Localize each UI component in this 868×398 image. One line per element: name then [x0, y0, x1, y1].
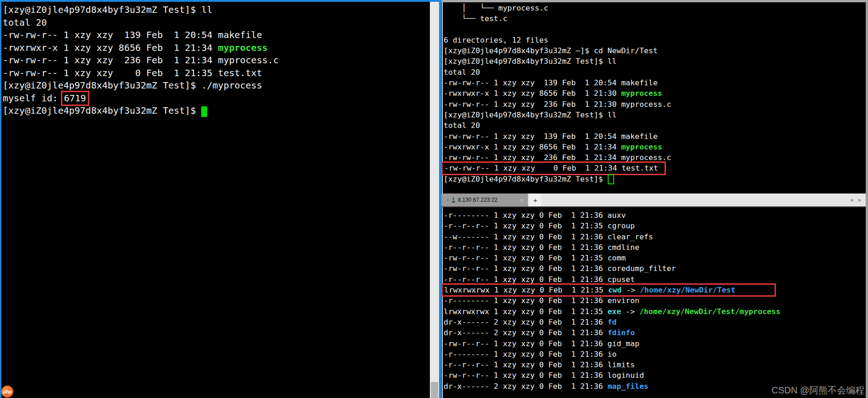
terminal-line: dr-x------ 2 xzy xzy 0 Feb 1 21:36 map_f… [444, 381, 780, 392]
terminal-line: -rw-rw-r-- 1 xzy xzy 139 Feb 1 20:54 mak… [3, 29, 279, 42]
terminal-line: -rw-rw-r-- 1 xzy xzy 139 Feb 1 20:54 mak… [444, 131, 671, 142]
terminal-line: total 20 [444, 120, 671, 131]
tab-close-icon[interactable]: × [520, 197, 523, 204]
terminal-line: [xzy@iZ0jle4p97d8x4byf3u32mZ Test]$ ll [444, 110, 671, 120]
window-border-top [0, 0, 441, 2]
tab-scroll-right-icon[interactable]: ► [857, 197, 863, 203]
terminal-line: [xzy@iZ0jle4p97d8x4byf3u32mZ ~]$ cd NewD… [444, 45, 671, 56]
terminal-line: [xzy@iZ0jle4p97d8x4byf3u32mZ Test]$ [3, 105, 279, 117]
annotation-red-box: -rw-rw-r-- 1 xzy xzy 0 Feb 1 21:34 test.… [441, 161, 666, 175]
terminal-line: [xzy@iZ0jle4p97d8x4byf3u32mZ Test]$ ll [3, 4, 279, 17]
terminal-line: -rwxrwxr-x 1 xzy xzy 8656 Feb 1 21:30 my… [444, 88, 671, 99]
terminal-line: total 20 [3, 17, 279, 29]
terminal-line: lrwxrwxrwx 1 xzy xzy 0 Feb 1 21:35 cwd -… [444, 285, 780, 295]
right-terminal-window: │ └── myprocess.c └── test.c 6 directori… [441, 0, 868, 398]
terminal-line: -rwxrwxr-x 1 xzy xzy 8656 Feb 1 21:34 my… [444, 142, 671, 152]
terminal-line: [xzy@iZ0jle4p97d8x4byf3u32mZ Test]$ ll [444, 56, 671, 66]
csdn-watermark: CSDN @阿熊不会编程 [771, 384, 864, 397]
session-tab-bar: ● 1 8.130.67.223:22 × + ◄ ► [441, 193, 868, 207]
terminal-line: [xzy@iZ0jle4p97d8x4byf3u32mZ Test]$ ./my… [3, 79, 279, 92]
terminal-line: -r-------- 1 xzy xzy 0 Feb 1 21:36 auxv [444, 210, 780, 221]
terminal-line: -rw-rw-r-- 1 xzy xzy 236 Feb 1 21:34 myp… [3, 54, 279, 67]
left-terminal-screen[interactable]: [xzy@iZ0jle4p97d8x4byf3u32mZ Test]$ llto… [3, 4, 279, 117]
terminal-line: total 20 [444, 67, 671, 77]
left-terminal-window: [xzy@iZ0jle4p97d8x4byf3u32mZ Test]$ llto… [0, 0, 441, 398]
terminal-line: -rw-r--r-- 1 xzy xzy 0 Feb 1 21:35 comm [444, 253, 780, 263]
terminal-line: -rw-rw-r-- 1 xzy xzy 0 Feb 1 21:35 test.… [3, 67, 279, 80]
terminal-line: -rwxrwxr-x 1 xzy xzy 8656 Feb 1 21:34 my… [3, 42, 279, 55]
tab-scroll-left-icon[interactable]: ◄ [849, 197, 854, 203]
terminal-line: -rw-r--r-- 1 xzy xzy 0 Feb 1 21:36 login… [444, 370, 780, 381]
terminal-line: -rw-r--r-- 1 xzy xzy 0 Feb 1 21:36 cored… [444, 263, 780, 274]
new-tab-button[interactable]: + [529, 193, 541, 206]
session-status-dot-icon: ● [446, 198, 449, 202]
left-terminal-scrollbar[interactable] [430, 2, 439, 398]
terminal-line: -rw-rw-r-- 1 xzy xzy 0 Feb 1 21:34 test.… [444, 163, 671, 173]
annotation-red-box: 6719 [61, 91, 89, 106]
session-tab[interactable]: ● 1 8.130.67.223:22 × [441, 193, 528, 206]
right-window-top-edge [441, 0, 868, 2]
terminal-line: --w------- 1 xzy xzy 0 Feb 1 21:36 clear… [444, 232, 780, 242]
terminal-line: -rw-rw-r-- 1 xzy xzy 236 Feb 1 21:30 myp… [444, 99, 671, 110]
terminal-line: -r-------- 1 xzy xzy 0 Feb 1 21:36 io [444, 349, 780, 359]
right-top-terminal-screen[interactable]: │ └── myprocess.c └── test.c 6 directori… [444, 3, 671, 184]
terminal-line [444, 24, 671, 35]
terminal-line: │ └── myprocess.c [444, 3, 671, 13]
terminal-line: dr-x------ 2 xzy xzy 0 Feb 1 21:36 fdinf… [444, 327, 780, 338]
right-terminal-scrollbar[interactable] [866, 2, 868, 398]
terminal-line: 6 directories, 12 files [444, 35, 671, 45]
right-bottom-terminal-screen[interactable]: -r-------- 1 xzy xzy 0 Feb 1 21:36 auxv-… [444, 210, 780, 392]
terminal-line: [xzy@iZ0jle4p97d8x4byf3u32mZ Test]$ [444, 174, 671, 184]
terminal-line: -r--r--r-- 1 xzy xzy 0 Feb 1 21:35 cgrou… [444, 221, 780, 231]
terminal-line: myself id: 6719 [3, 92, 279, 105]
session-tab-index: 1 [452, 197, 455, 203]
annotation-red-box: lrwxrwxrwx 1 xzy xzy 0 Feb 1 21:35 cwd -… [441, 283, 776, 297]
terminal-line: └── test.c [444, 13, 671, 24]
terminal-line: -r--r--r-- 1 xzy xzy 0 Feb 1 21:36 limit… [444, 359, 780, 370]
window-border-left [0, 0, 1, 398]
terminal-line: -r--r--r-- 1 xzy xzy 0 Feb 1 21:36 cmdli… [444, 242, 780, 253]
terminal-line: lrwxrwxrwx 1 xzy xzy 0 Feb 1 21:35 exe -… [444, 306, 780, 317]
scrollbar-thumb[interactable] [431, 382, 438, 398]
terminal-cursor [608, 174, 614, 184]
php-language-badge-icon: php [1, 386, 13, 398]
terminal-cursor [201, 106, 207, 117]
terminal-line: -r-------- 1 xzy xzy 0 Feb 1 21:36 envir… [444, 295, 780, 306]
terminal-line: -rw-rw-r-- 1 xzy xzy 139 Feb 1 20:54 mak… [444, 77, 671, 88]
terminal-line: -rw-r--r-- 1 xzy xzy 0 Feb 1 21:36 gid_m… [444, 338, 780, 349]
session-tab-label: 8.130.67.223:22 [458, 197, 498, 203]
terminal-line: dr-x------ 2 xzy xzy 0 Feb 1 21:36 fd [444, 317, 780, 327]
